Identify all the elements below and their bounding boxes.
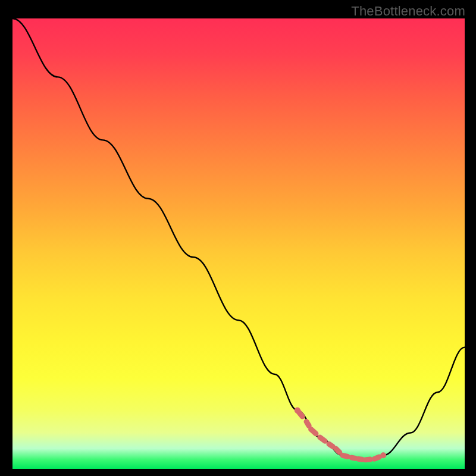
optimal-marker-dash [352, 458, 355, 458]
optimal-marker-dash [329, 444, 333, 446]
optimal-marker-dot [380, 452, 386, 458]
optimal-marker-dash [311, 429, 316, 433]
optimal-marker-dash [374, 457, 379, 459]
chart-svg [12, 18, 465, 469]
optimal-marker-dash [336, 449, 339, 452]
bottleneck-curve-line [12, 18, 465, 460]
optimal-marker-dash [320, 437, 325, 441]
optimal-marker-dash [306, 422, 309, 426]
chart-plot-area [12, 18, 465, 469]
watermark-text: TheBottleneck.com [351, 4, 465, 19]
optimal-zone-markers [295, 408, 386, 460]
optimal-marker-dash [365, 459, 370, 460]
optimal-marker-dash [343, 455, 347, 456]
optimal-marker-dot [295, 408, 300, 414]
optimal-marker-dash [358, 459, 362, 459]
